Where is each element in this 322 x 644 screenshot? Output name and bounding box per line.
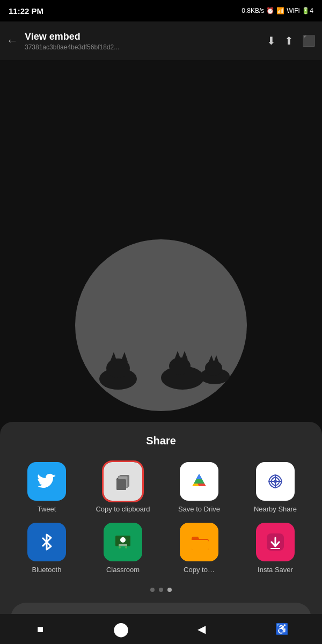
- battery-icon: 🔋4: [302, 7, 313, 14]
- share-item-copy-to[interactable]: Copy to…: [163, 523, 235, 575]
- external-link-icon[interactable]: ⬛: [302, 34, 316, 47]
- bluetooth-icon: [36, 531, 57, 553]
- drive-icon: [188, 471, 210, 492]
- folder-icon-wrap: [180, 523, 218, 561]
- svg-point-28: [125, 546, 127, 548]
- network-speed: 0.8KB/s: [241, 7, 264, 14]
- bluetooth-label: Bluetooth: [32, 566, 62, 575]
- insta-saver-label: Insta Saver: [258, 566, 293, 575]
- copy-clipboard-icon: [112, 471, 134, 492]
- svg-marker-3: [121, 352, 128, 362]
- svg-marker-11: [214, 355, 219, 363]
- status-bar: 11:22 PM 0.8KB/s ⏰ 📶 WiFi 🔋4: [0, 0, 322, 21]
- svg-point-23: [274, 480, 277, 483]
- svg-point-5: [169, 357, 191, 375]
- page-subtitle: 37381ac3b8ae4be3df56bf18d2...: [25, 43, 260, 51]
- drive-icon-wrap: [180, 462, 218, 501]
- share-grid: Tweet Copy to clipboard: [11, 462, 311, 575]
- dot-1: [150, 588, 155, 592]
- home-button[interactable]: ⬤: [110, 618, 131, 640]
- recent-apps-button[interactable]: ■: [30, 618, 51, 640]
- svg-rect-26: [119, 544, 127, 546]
- nearby-share-label: Nearby Share: [254, 505, 297, 514]
- status-time: 11:22 PM: [9, 6, 43, 16]
- top-bar-actions: ⬇ ⬆ ⬛: [267, 34, 316, 47]
- svg-point-25: [120, 537, 126, 543]
- copy-clipboard-label: Copy to clipboard: [96, 505, 150, 514]
- tweet-icon-wrap: [27, 462, 66, 501]
- tweet-label: Tweet: [38, 505, 56, 514]
- save-drive-label: Save to Drive: [178, 505, 220, 514]
- classroom-icon: [112, 531, 134, 553]
- back-button[interactable]: ←: [6, 34, 18, 48]
- nav-bar: ■ ⬤ ◀ ♿: [0, 614, 322, 644]
- status-icons: 0.8KB/s ⏰ 📶 WiFi 🔋4: [241, 7, 313, 14]
- top-bar-center: View embed 37381ac3b8ae4be3df56bf18d2...: [25, 31, 260, 51]
- silhouette-image: [86, 347, 236, 390]
- share-item-save-drive[interactable]: Save to Drive: [163, 462, 235, 514]
- pagination-dots: [11, 588, 311, 592]
- share-item-copy-clipboard[interactable]: Copy to clipboard: [87, 462, 159, 514]
- share-item-insta-saver[interactable]: Insta Saver: [239, 523, 311, 575]
- svg-marker-7: [181, 351, 188, 360]
- top-bar: ← View embed 37381ac3b8ae4be3df56bf18d2.…: [0, 21, 322, 60]
- classroom-label: Classroom: [106, 566, 140, 575]
- share-sheet: Share Tweet Copy to clipboard: [0, 422, 322, 644]
- folder-icon: [188, 531, 210, 553]
- accessibility-button[interactable]: ♿: [271, 618, 292, 640]
- dot-3: [167, 588, 172, 592]
- svg-marker-2: [110, 352, 117, 362]
- moon-image: [64, 229, 258, 422]
- svg-point-9: [205, 361, 222, 376]
- nearby-share-icon: [265, 471, 286, 492]
- svg-marker-6: [174, 351, 181, 360]
- svg-marker-20: [196, 474, 202, 479]
- back-nav-button[interactable]: ◀: [191, 618, 212, 640]
- classroom-icon-wrap: [104, 523, 142, 561]
- dot-2: [159, 588, 163, 592]
- twitter-icon: [36, 471, 57, 492]
- wifi-icon: WiFi: [287, 7, 299, 14]
- copy-to-label: Copy to…: [184, 566, 215, 575]
- share-item-classroom[interactable]: Classroom: [87, 523, 159, 575]
- insta-saver-icon-wrap: [256, 523, 295, 561]
- page-title: View embed: [25, 31, 260, 42]
- signal-icon: 📶: [276, 7, 284, 14]
- copy-clipboard-icon-wrap: [104, 462, 142, 501]
- download-icon[interactable]: ⬇: [267, 34, 276, 47]
- svg-point-27: [119, 546, 121, 548]
- nearby-icon-wrap: [256, 462, 295, 501]
- share-item-tweet[interactable]: Tweet: [11, 462, 83, 514]
- svg-rect-15: [116, 479, 126, 490]
- share-item-nearby-share[interactable]: Nearby Share: [239, 462, 311, 514]
- insta-saver-icon: [265, 531, 286, 553]
- bluetooth-icon-wrap: [27, 523, 66, 561]
- svg-marker-10: [208, 355, 214, 363]
- clock-icon: ⏰: [266, 7, 274, 14]
- share-icon[interactable]: ⬆: [284, 34, 294, 47]
- share-title: Share: [11, 435, 311, 447]
- share-item-bluetooth[interactable]: Bluetooth: [11, 523, 83, 575]
